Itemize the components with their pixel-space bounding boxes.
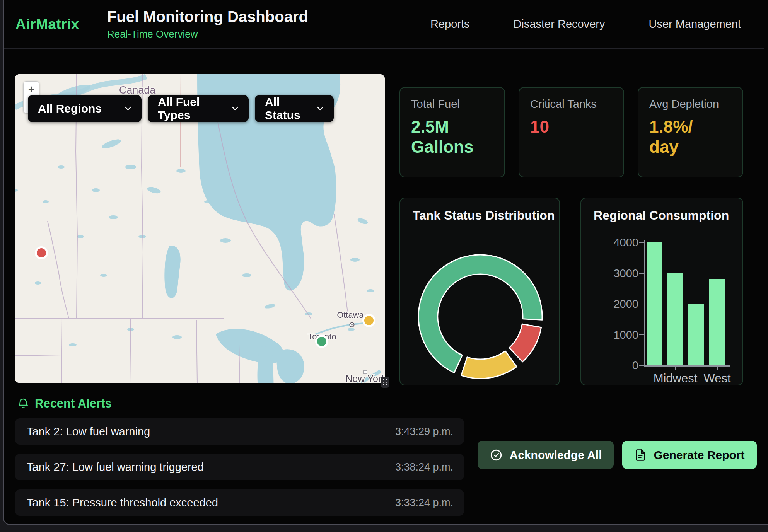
file-text-icon [634, 449, 647, 461]
generate-report-label: Generate Report [654, 448, 744, 462]
donut-segment [461, 351, 517, 379]
nav-reports[interactable]: Reports [430, 18, 470, 31]
nav-user-management[interactable]: User Management [649, 18, 741, 31]
y-tick [639, 304, 644, 304]
tank-status-panel: Tank Status Distribution [399, 198, 560, 385]
alert-time: 3:43:29 p.m. [395, 426, 453, 438]
map-resize-grip[interactable] [381, 377, 389, 388]
page-title: Fuel Monitoring Dashboard [107, 8, 308, 26]
stat-card-critical-tanks: Critical Tanks 10 [519, 87, 624, 177]
y-tick [639, 242, 644, 243]
chevron-down-icon [317, 106, 324, 111]
alert-text: Tank 2: Low fuel warning [27, 425, 150, 438]
page-subtitle: Real-Time Overview [107, 28, 308, 40]
fuel-type-filter-select[interactable]: All Fuel Types [148, 95, 249, 122]
title-block: Fuel Monitoring Dashboard Real-Time Over… [107, 8, 308, 40]
alerts-heading: Recent Alerts [17, 397, 112, 411]
stat-card-avg-depletion: Avg Depletion 1.8%/day [638, 87, 743, 177]
alerts-heading-text: Recent Alerts [35, 397, 112, 411]
stat-value-avg-depletion: 1.8%/day [649, 117, 727, 157]
consumption-bar [667, 273, 683, 366]
new-york-town-icon [364, 370, 367, 374]
y-tick-label: 1000 [596, 329, 638, 341]
donut-segment [509, 324, 541, 362]
brand-logo[interactable]: AirMatrix [15, 16, 79, 32]
acknowledge-all-button[interactable]: Acknowledge All [478, 441, 614, 469]
tank-marker-warning[interactable] [364, 315, 375, 326]
alert-row: Tank 15: Pressure threshold exceeded 3:3… [15, 489, 464, 516]
chevron-down-icon [125, 106, 131, 111]
ottawa-town-dot [351, 324, 353, 326]
consumption-bar [647, 242, 662, 365]
consumption-bar [688, 304, 704, 365]
map-label-ottawa: Ottawa [337, 310, 364, 320]
x-tick [717, 367, 718, 370]
stat-label: Total Fuel [411, 98, 493, 111]
region-filter-select[interactable]: All Regions [28, 95, 142, 122]
y-tick-label: 0 [596, 359, 638, 372]
tank-status-donut [400, 198, 561, 386]
stat-value-total-fuel: 2.5MGallons [411, 117, 488, 157]
map-filter-bar: All Regions All Fuel Types All Status [28, 95, 334, 122]
y-tick-label: 2000 [596, 298, 638, 310]
y-axis [644, 240, 645, 367]
header: AirMatrix Fuel Monitoring Dashboard Real… [4, 0, 764, 49]
tank-marker-normal[interactable] [316, 336, 328, 347]
stat-label: Avg Depletion [649, 98, 732, 111]
map-label-canada: Canada [119, 84, 156, 96]
alert-text: Tank 27: Low fuel warning triggered [27, 461, 204, 474]
region-filter-value: All Regions [38, 102, 102, 115]
tank-status-title: Tank Status Distribution [413, 208, 555, 223]
dashboard-page: AirMatrix Fuel Monitoring Dashboard Real… [0, 0, 768, 532]
fuel-type-filter-value: All Fuel Types [158, 95, 222, 122]
bell-icon [17, 397, 29, 410]
regional-consumption-panel: Regional Consumption 01000200030004000Mi… [580, 198, 743, 385]
x-tick-label: West [684, 372, 750, 385]
alert-row: Tank 27: Low fuel warning triggered 3:38… [15, 454, 464, 480]
consumption-bar [709, 279, 725, 365]
map-label-new-york: New York [345, 373, 385, 383]
y-tick [639, 273, 644, 274]
stat-card-total-fuel: Total Fuel 2.5MGallons [399, 87, 505, 177]
generate-report-button[interactable]: Generate Report [622, 441, 757, 469]
tank-marker-critical[interactable] [36, 247, 47, 259]
alert-row: Tank 2: Low fuel warning 3:43:29 p.m. [15, 418, 464, 445]
y-tick-label: 4000 [596, 236, 638, 249]
alert-text: Tank 15: Pressure threshold exceeded [27, 496, 218, 509]
y-tick-label: 3000 [596, 267, 638, 280]
x-tick [675, 367, 676, 370]
check-circle-icon [490, 448, 503, 462]
stat-label: Critical Tanks [530, 98, 613, 111]
main-nav: Reports Disaster Recovery User Managemen… [430, 18, 741, 31]
status-filter-value: All Status [265, 95, 307, 122]
acknowledge-all-label: Acknowledge All [510, 448, 602, 462]
y-tick [639, 334, 644, 335]
chevron-down-icon [232, 106, 239, 111]
nav-disaster-recovery[interactable]: Disaster Recovery [514, 18, 605, 31]
stat-value-critical-tanks: 10 [530, 117, 608, 137]
alert-time: 3:33:24 p.m. [395, 497, 453, 509]
y-tick [639, 365, 644, 366]
status-filter-select[interactable]: All Status [255, 95, 334, 122]
regional-bar-plot: 01000200030004000MidwestWest [581, 198, 742, 385]
alert-time: 3:38:24 p.m. [395, 461, 453, 473]
